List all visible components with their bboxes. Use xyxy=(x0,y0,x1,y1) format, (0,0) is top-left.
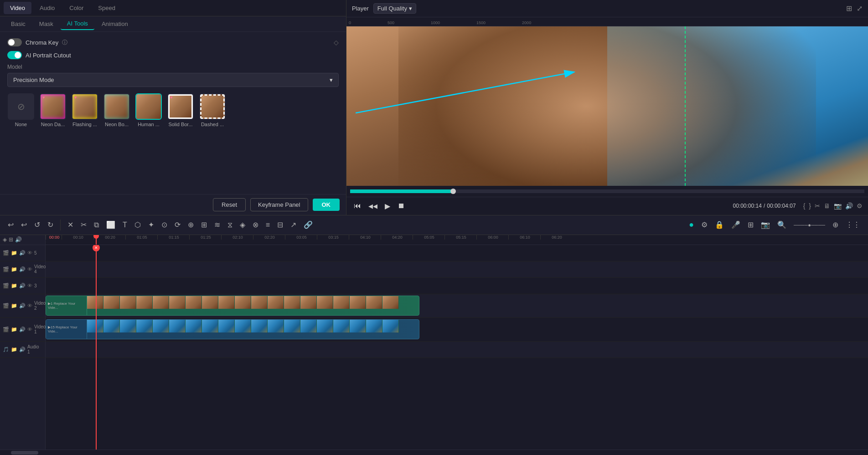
frame-back-button[interactable]: ◀◀ xyxy=(367,201,379,211)
track5-eye-icon[interactable]: 👁 xyxy=(27,250,32,256)
expand-icon[interactable]: ⤢ xyxy=(857,4,863,13)
effect-dashed[interactable]: Dashed ... xyxy=(199,93,226,127)
track2-folder-icon[interactable]: 📁 xyxy=(11,303,17,309)
shape-icon[interactable]: ⬡ xyxy=(132,218,143,231)
minus-icon[interactable]: ⊟ xyxy=(275,218,285,231)
track1-folder-icon[interactable]: 📁 xyxy=(11,327,17,332)
track4-speaker-icon[interactable]: 🔊 xyxy=(19,266,26,272)
effect-neon-da[interactable]: ♥ Neon Da... xyxy=(39,93,67,127)
menu-icon[interactable]: ≡ xyxy=(264,219,272,231)
clip1-label: ▶15 Replace Your Vide... xyxy=(48,325,85,333)
settings2-icon[interactable]: ⚙ xyxy=(699,218,710,231)
mask-icon[interactable]: ⊗ xyxy=(250,218,261,231)
audio1-folder-icon[interactable]: 📁 xyxy=(11,347,17,353)
trim-icon[interactable]: ✂ xyxy=(815,202,820,210)
tab-audio[interactable]: Audio xyxy=(33,2,61,14)
tab-basic[interactable]: Basic xyxy=(5,18,32,30)
volume-icon[interactable]: 🔊 xyxy=(845,202,853,210)
track3-speaker-icon[interactable]: 🔊 xyxy=(19,283,26,289)
track1-eye-icon[interactable]: 👁 xyxy=(27,327,32,332)
stop-button[interactable]: ⏹ xyxy=(396,200,407,212)
crop-icon[interactable]: ⬜ xyxy=(104,218,118,231)
track2-speaker-icon[interactable]: 🔊 xyxy=(19,303,26,309)
cut-icon[interactable]: ✂ xyxy=(78,218,89,231)
keyframe-panel-button[interactable]: Keyframe Panel xyxy=(250,198,308,211)
effect-icon[interactable]: ✦ xyxy=(146,218,156,231)
zoom-in-icon[interactable]: ⊕ xyxy=(830,218,841,231)
progress-bar[interactable] xyxy=(350,189,864,193)
layer-icon[interactable]: ◈ xyxy=(238,218,248,231)
effect-flashing[interactable]: ♥ Flashing ... xyxy=(71,93,98,127)
effect-none[interactable]: ⊘ None xyxy=(7,93,35,127)
green-dot-icon[interactable]: ● xyxy=(687,218,696,232)
track5-speaker-icon[interactable]: 🔊 xyxy=(19,250,26,256)
clip-sea-17 xyxy=(350,320,366,332)
track4-eye-icon[interactable]: 👁 xyxy=(27,266,32,272)
chroma-key-info-icon[interactable]: ⓘ xyxy=(62,39,67,46)
effect-solid-bor[interactable]: ♥ Solid Bor... xyxy=(167,93,194,127)
rotate-icon[interactable]: ⟳ xyxy=(172,218,183,231)
track3-folder-icon[interactable]: 📁 xyxy=(11,283,17,289)
scrollbar-thumb[interactable] xyxy=(11,451,38,455)
effect-human[interactable]: Human ... xyxy=(135,93,162,127)
audio1-speaker-icon[interactable]: 🔊 xyxy=(19,347,26,353)
tab-speed[interactable]: Speed xyxy=(92,2,122,14)
timeline: ◈ ⊞ 🔊 00:00 00:10 00:20 01:05 01:15 01:2… xyxy=(0,235,868,450)
lock-icon[interactable]: 🔒 xyxy=(713,218,726,231)
model-dropdown[interactable]: Precision Mode ▾ xyxy=(7,73,339,87)
undo-icon[interactable]: ↩ xyxy=(5,218,16,231)
filter-icon[interactable]: ≋ xyxy=(212,218,222,231)
track1-speaker-icon[interactable]: 🔊 xyxy=(19,327,26,332)
copy-icon[interactable]: ⧉ xyxy=(92,219,101,231)
video-clip-2[interactable]: ▶1 Replace Your Vide... xyxy=(46,296,419,316)
settings-icon[interactable]: ⚙ xyxy=(857,202,863,210)
text-icon[interactable]: T xyxy=(120,219,129,231)
bracket-right-icon[interactable]: } xyxy=(809,202,811,210)
zoom-out-icon[interactable]: 🔍 xyxy=(775,218,789,231)
import-icon[interactable]: ⊞ xyxy=(745,218,756,231)
track3-eye-icon[interactable]: 👁 xyxy=(27,283,32,288)
tab-ai-tools[interactable]: AI Tools xyxy=(61,18,94,30)
tab-mask[interactable]: Mask xyxy=(33,18,60,30)
delete-icon[interactable]: ✕ xyxy=(65,218,76,231)
undo2-icon[interactable]: ↩ xyxy=(19,218,29,231)
more-icon[interactable]: ⋮⋮ xyxy=(843,218,863,231)
redo2-icon[interactable]: ↻ xyxy=(45,218,56,231)
progress-thumb[interactable] xyxy=(450,189,456,194)
total-time: 00:00:04:07 xyxy=(767,203,796,209)
tab-video[interactable]: Video xyxy=(4,2,31,14)
effect-thumb-dashed xyxy=(199,93,226,120)
add-icon[interactable]: ⊕ xyxy=(186,218,196,231)
effect-thumb-none: ⊘ xyxy=(8,93,34,120)
track5-folder-icon[interactable]: 📁 xyxy=(11,250,17,256)
camera2-icon[interactable]: 📷 xyxy=(759,218,772,231)
grid-icon[interactable]: ⊞ xyxy=(846,4,852,13)
rewind-button[interactable]: ⏮ xyxy=(352,200,363,212)
video-clip-1[interactable]: ▶15 Replace Your Vide... xyxy=(46,319,419,339)
ok-button[interactable]: OK xyxy=(313,199,340,211)
chroma-key-toggle[interactable] xyxy=(7,38,22,46)
horizontal-scrollbar[interactable] xyxy=(0,450,868,455)
mic-icon[interactable]: 🎤 xyxy=(729,218,743,231)
effect-neon-bo[interactable]: Neon Bo... xyxy=(103,93,130,127)
bracket-left-icon[interactable]: { xyxy=(803,202,806,210)
time-icon[interactable]: ⧖ xyxy=(225,219,235,231)
export-icon[interactable]: ↗ xyxy=(288,218,299,231)
track4-folder-icon[interactable]: 📁 xyxy=(11,266,17,272)
zoom-slider[interactable]: ────●──── xyxy=(791,220,827,230)
clip-girl-8 xyxy=(202,296,218,309)
tab-animation[interactable]: Animation xyxy=(95,18,134,30)
redo-icon[interactable]: ↺ xyxy=(32,218,42,231)
monitor-icon[interactable]: 🖥 xyxy=(824,202,830,210)
tab-color[interactable]: Color xyxy=(63,2,90,14)
quality-select[interactable]: Full Quality ▾ xyxy=(373,3,416,14)
track-ctrl-5: 🎬 📁 🔊 👁 5 xyxy=(0,245,46,261)
ai-portrait-toggle[interactable] xyxy=(7,51,22,59)
grid-icon-tb[interactable]: ⊞ xyxy=(199,218,209,231)
reset-button[interactable]: Reset xyxy=(213,198,246,211)
sticker-icon[interactable]: ⊙ xyxy=(159,218,170,231)
play-button[interactable]: ▶ xyxy=(383,200,392,212)
track2-eye-icon[interactable]: 👁 xyxy=(27,303,32,308)
screenshot-icon[interactable]: 📷 xyxy=(834,202,842,210)
link-icon[interactable]: 🔗 xyxy=(301,218,315,231)
